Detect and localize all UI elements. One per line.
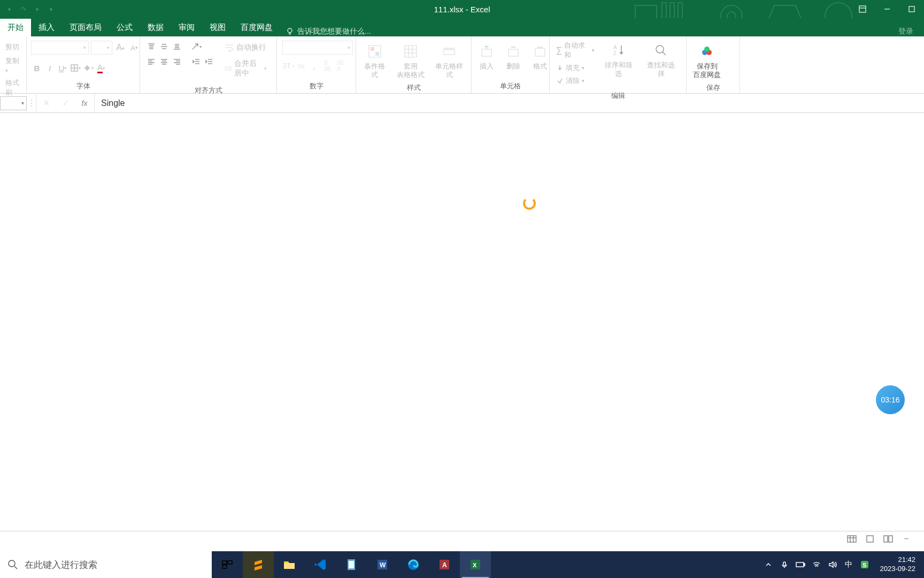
- comma-button[interactable]: ,: [308, 60, 320, 72]
- align-left-button[interactable]: [145, 56, 157, 67]
- insert-function-button[interactable]: fx: [75, 99, 94, 108]
- increase-indent-button[interactable]: [203, 56, 215, 67]
- underline-button[interactable]: U▾: [57, 62, 68, 74]
- group-label-alignment: 对齐方式: [142, 83, 274, 97]
- fill-button[interactable]: 填充▾: [554, 62, 597, 74]
- group-label-styles: 样式: [358, 81, 469, 95]
- formula-bar: ▾ ⋮ ✕ ✓ fx Single: [0, 94, 924, 113]
- align-bottom-button[interactable]: [171, 41, 183, 52]
- minimize-button[interactable]: [875, 0, 899, 18]
- taskbar-app-word[interactable]: W: [367, 551, 398, 578]
- percent-button[interactable]: %: [295, 60, 307, 72]
- tray-sogou-icon[interactable]: S: [860, 560, 869, 569]
- font-size-combo[interactable]: ▾: [91, 41, 112, 55]
- taskbar-app-access[interactable]: A: [429, 551, 460, 578]
- conditional-format-button[interactable]: 条件格式: [358, 41, 391, 81]
- ribbon: 剪切 复制 ▾ 格式刷 ▾ ▾ A▴ A▾ B I U▾ ▾ ▾ A▾ 字体: [0, 36, 924, 94]
- decrease-indent-button[interactable]: [190, 56, 202, 67]
- format-cells-button[interactable]: 格式: [527, 41, 553, 73]
- tab-page-layout[interactable]: 页面布局: [62, 19, 109, 36]
- name-box[interactable]: ▾: [0, 96, 27, 110]
- task-view-button[interactable]: [212, 551, 243, 578]
- autosum-button[interactable]: ∑自动求和▾: [554, 40, 597, 61]
- tray-overflow-button[interactable]: [764, 560, 773, 569]
- copy-button[interactable]: 复制 ▾: [3, 55, 24, 75]
- align-top-button[interactable]: [145, 41, 157, 52]
- tab-home[interactable]: 开始: [0, 19, 31, 36]
- tab-formulas[interactable]: 公式: [109, 19, 140, 36]
- increase-decimal-button[interactable]: .0.00: [321, 60, 333, 72]
- orientation-button[interactable]: ▾: [190, 41, 202, 52]
- align-center-button[interactable]: [158, 56, 170, 67]
- number-format-combo[interactable]: ▾: [282, 41, 353, 55]
- qat-more[interactable]: ▾: [31, 3, 43, 15]
- decrease-decimal-button[interactable]: .00.0: [334, 60, 345, 72]
- clear-icon: [556, 77, 564, 85]
- taskbar-clock[interactable]: 21:42 2023-09-22: [876, 556, 920, 574]
- tray-battery-icon[interactable]: [796, 560, 805, 569]
- tab-data[interactable]: 数据: [140, 19, 171, 36]
- worksheet-area[interactable]: [0, 113, 924, 407]
- svg-rect-20: [535, 48, 545, 56]
- login-link[interactable]: 登录: [898, 27, 913, 36]
- grow-font-button[interactable]: A▴: [114, 42, 126, 54]
- zoom-out-button[interactable]: −: [899, 534, 913, 544]
- page-layout-view-button[interactable]: [863, 534, 877, 544]
- group-font: ▾ ▾ A▴ A▾ B I U▾ ▾ ▾ A▾ 字体: [27, 36, 140, 93]
- format-table-button[interactable]: 套用 表格格式: [392, 41, 429, 81]
- taskbar-app-sublime[interactable]: [243, 551, 274, 578]
- cancel-formula-button[interactable]: ✕: [36, 98, 56, 108]
- ribbon-options-button[interactable]: [850, 0, 875, 18]
- window-title: 111.xlsx - Excel: [434, 5, 490, 14]
- clear-button[interactable]: 清除▾: [554, 75, 597, 87]
- fill-color-button[interactable]: ▾: [82, 62, 94, 74]
- tray-ime-indicator[interactable]: 中: [844, 560, 853, 569]
- taskbar-app-edge[interactable]: [398, 551, 429, 578]
- taskbar-search[interactable]: 在此键入进行搜索: [0, 551, 212, 578]
- tray-mic-icon[interactable]: [780, 560, 789, 569]
- taskbar-app-explorer[interactable]: [274, 551, 305, 578]
- bold-button[interactable]: B: [31, 62, 43, 74]
- delete-cells-button[interactable]: 删除: [500, 41, 526, 73]
- sort-filter-button[interactable]: AZ 排序和筛选: [598, 40, 640, 80]
- timer-badge[interactable]: 03:16: [876, 385, 905, 414]
- find-select-button[interactable]: 查找和选择: [640, 40, 682, 80]
- tell-me-search[interactable]: 告诉我您想要做什么...: [286, 27, 371, 36]
- tab-baidu[interactable]: 百度网盘: [233, 19, 280, 36]
- qat-dropdown[interactable]: ▾: [3, 3, 15, 15]
- save-baidu-button[interactable]: 保存到 百度网盘: [689, 41, 725, 81]
- maximize-button[interactable]: [899, 0, 924, 18]
- tab-insert[interactable]: 插入: [31, 19, 62, 36]
- align-middle-button[interactable]: [158, 41, 170, 52]
- group-alignment: ▾ 自动换行 合并后居中 ▾: [140, 36, 277, 93]
- svg-rect-46: [796, 562, 804, 567]
- svg-text:A: A: [442, 561, 447, 569]
- font-name-combo[interactable]: ▾: [31, 41, 89, 55]
- svg-rect-19: [509, 49, 518, 56]
- title-bar: ▾ ↷ ▾ ▾ 111.xlsx - Excel: [0, 0, 924, 18]
- merge-center-button[interactable]: 合并后居中 ▾: [220, 57, 271, 80]
- accounting-format-button[interactable]: ▾: [282, 60, 294, 72]
- italic-button[interactable]: I: [44, 62, 56, 74]
- redo-button[interactable]: ↷: [17, 3, 29, 15]
- svg-point-23: [656, 45, 664, 53]
- cut-button[interactable]: 剪切: [3, 41, 24, 54]
- shrink-font-button[interactable]: A▾: [128, 42, 140, 54]
- normal-view-button[interactable]: [845, 534, 859, 544]
- tab-review[interactable]: 审阅: [171, 19, 202, 36]
- align-right-button[interactable]: [171, 56, 183, 67]
- qat-customize[interactable]: ▾: [45, 3, 57, 15]
- border-button[interactable]: ▾: [70, 62, 81, 74]
- tray-wifi-icon[interactable]: [812, 560, 821, 569]
- tray-volume-icon[interactable]: [828, 560, 837, 569]
- enter-formula-button[interactable]: ✓: [56, 98, 75, 108]
- wrap-text-button[interactable]: 自动换行: [220, 41, 271, 55]
- font-color-button[interactable]: A▾: [95, 62, 107, 74]
- cell-styles-button[interactable]: 单元格样式: [430, 41, 469, 81]
- tab-view[interactable]: 视图: [202, 19, 233, 36]
- taskbar-app-notepad[interactable]: [336, 551, 367, 578]
- taskbar-app-excel[interactable]: X: [460, 551, 491, 578]
- taskbar-app-vscode[interactable]: [305, 551, 336, 578]
- insert-cells-button[interactable]: 插入: [474, 41, 499, 73]
- page-break-view-button[interactable]: [881, 534, 895, 544]
